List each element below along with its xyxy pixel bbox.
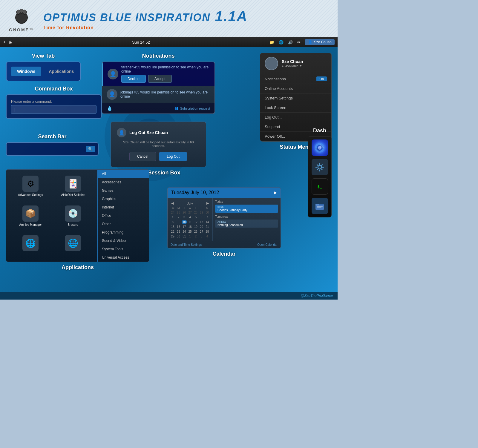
today-event-name: Charles Birthday Party — [217, 208, 276, 212]
subscription-link[interactable]: 👥 Subscription request — [174, 106, 210, 110]
add-icon[interactable]: + — [3, 39, 6, 45]
app-aisleriot[interactable]: 🃏 AisleRiot Solitaire — [53, 174, 93, 201]
cal-day-2[interactable]: 2 — [176, 215, 181, 220]
calendar-nav-next[interactable]: ▶ — [274, 191, 277, 195]
applications-tab-button[interactable]: Applications — [43, 67, 80, 76]
category-all[interactable]: All — [98, 170, 149, 178]
cal-day-16[interactable]: 16 — [176, 225, 181, 229]
user-badge[interactable]: 👤 Sze Chuan — [305, 39, 335, 45]
cal-day-prev-30[interactable]: 30 — [205, 210, 210, 215]
app-brasero-label: Brasero — [68, 223, 78, 226]
dash-settings-icon[interactable] — [312, 159, 328, 175]
cal-day-31[interactable]: 31 — [182, 234, 187, 239]
cal-day-22[interactable]: 22 — [170, 229, 175, 234]
cal-day-19[interactable]: 19 — [193, 225, 198, 229]
cal-day-18[interactable]: 18 — [187, 225, 193, 229]
cal-day-9[interactable]: 9 — [176, 220, 181, 224]
cal-day-prev-29[interactable]: 29 — [199, 210, 204, 215]
category-graphics[interactable]: Graphics — [98, 195, 149, 203]
cal-day-17[interactable]: 17 — [182, 225, 187, 229]
accept-button[interactable]: Accept — [148, 75, 172, 83]
chevron-down-icon[interactable]: ▾ — [300, 64, 302, 68]
command-input[interactable] — [11, 105, 96, 114]
app-archive-manager[interactable]: 📦 Archive Manager — [11, 204, 50, 231]
category-internet[interactable]: Internet — [98, 203, 149, 211]
cal-day-13[interactable]: 13 — [199, 220, 204, 224]
open-calendar-link[interactable]: Open Calendar — [257, 243, 278, 246]
cal-day-30[interactable]: 30 — [176, 234, 181, 239]
category-office[interactable]: Office — [98, 211, 149, 220]
cal-day-next-3[interactable]: 3 — [199, 234, 204, 239]
cal-day-25[interactable]: 25 — [187, 229, 193, 234]
edit-icon[interactable]: ✏ — [297, 40, 301, 45]
cal-day-8[interactable]: 8 — [170, 220, 175, 224]
windows-tab-button[interactable]: Windows — [11, 67, 41, 76]
category-universal-access[interactable]: Universal Access — [98, 253, 149, 262]
cal-day-prev-25[interactable]: 25 — [176, 210, 181, 215]
category-system-tools[interactable]: System Tools — [98, 245, 149, 253]
app-brasero[interactable]: 💿 Brasero — [53, 204, 93, 231]
cal-day-3[interactable]: 3 — [182, 215, 187, 220]
category-sound-video[interactable]: Sound & Video — [98, 237, 149, 245]
cal-day-23[interactable]: 23 — [176, 229, 181, 234]
calendar-days: 24 25 26 27 28 29 30 1 2 3 4 5 6 7 — [170, 210, 210, 239]
cal-day-4[interactable]: 4 — [187, 215, 193, 220]
dash-files-icon[interactable] — [312, 198, 328, 214]
cal-day-11[interactable]: 11 — [187, 220, 193, 224]
cal-day-20[interactable]: 20 — [199, 225, 204, 229]
dropbox-icon: 💧 — [107, 105, 113, 111]
cal-day-29[interactable]: 29 — [170, 234, 175, 239]
notifications-menu-item[interactable]: Notifications On — [260, 74, 331, 84]
cal-day-5[interactable]: 5 — [193, 215, 198, 220]
dash-terminal-icon[interactable]: $_ — [312, 178, 328, 195]
prev-month-icon[interactable]: ◀ — [171, 201, 174, 205]
category-programming[interactable]: Programming — [98, 228, 149, 237]
cal-day-15[interactable]: 15 — [170, 225, 175, 229]
cal-day-14[interactable]: 14 — [205, 220, 210, 224]
log-out-item[interactable]: Log Out... — [260, 113, 331, 122]
date-time-settings-link[interactable]: Date and Time Settings — [171, 243, 202, 246]
network-icon[interactable]: 🌐 — [279, 40, 284, 45]
next-month-icon[interactable]: ▶ — [206, 201, 209, 205]
dash-chrome-icon[interactable] — [312, 139, 328, 156]
attribution-text: @SzeTheProGamer — [301, 294, 333, 298]
cal-day-next-1[interactable]: 1 — [187, 234, 193, 239]
search-input[interactable] — [10, 147, 84, 151]
app-advanced-settings[interactable]: ⚙ Advanced Settings — [11, 174, 50, 201]
logout-description: Sze Chuan will be logged out automatical… — [117, 140, 200, 148]
cancel-button[interactable]: Cancel — [129, 152, 156, 161]
cal-day-24[interactable]: 24 — [182, 229, 187, 234]
search-button[interactable]: 🔍 — [86, 146, 95, 152]
cal-day-prev-24[interactable]: 24 — [170, 210, 175, 215]
cal-day-10-today[interactable]: 10 — [182, 220, 187, 224]
day-header-t: T — [181, 206, 187, 209]
category-accessories[interactable]: Accessories — [98, 178, 149, 186]
app-web-2[interactable]: 🌐 — [53, 234, 93, 257]
cal-day-12[interactable]: 12 — [193, 220, 198, 224]
cal-day-21[interactable]: 21 — [205, 225, 210, 229]
cal-day-next-4[interactable]: 4 — [205, 234, 210, 239]
cal-day-1[interactable]: 1 — [170, 215, 175, 220]
dash-label: Dash — [308, 128, 332, 134]
cal-day-next-2[interactable]: 2 — [193, 234, 198, 239]
category-games[interactable]: Games — [98, 186, 149, 195]
cal-day-7[interactable]: 7 — [205, 215, 210, 220]
category-other[interactable]: Other — [98, 220, 149, 228]
cal-day-prev-28[interactable]: 28 — [193, 210, 198, 215]
system-settings-item[interactable]: System Settings — [260, 93, 331, 103]
online-accounts-item[interactable]: Online Accounts — [260, 84, 331, 93]
cal-day-27[interactable]: 27 — [199, 229, 204, 234]
cal-day-26[interactable]: 26 — [193, 229, 198, 234]
lock-screen-item[interactable]: Lock Screen — [260, 103, 331, 113]
app-web-1[interactable]: 🌐 — [11, 234, 50, 257]
volume-icon[interactable]: 🔊 — [288, 40, 293, 45]
cal-day-prev-26[interactable]: 26 — [182, 210, 187, 215]
decline-button[interactable]: Decline — [121, 75, 146, 83]
cal-day-28[interactable]: 28 — [205, 229, 210, 234]
cal-day-6[interactable]: 6 — [199, 215, 204, 220]
logout-confirm-button[interactable]: Log Out — [159, 152, 187, 161]
apps-categories: All Accessories Games Graphics Internet … — [98, 170, 149, 262]
folder-icon[interactable]: 📁 — [269, 40, 274, 45]
screenshot-icon[interactable]: ⊞ — [9, 39, 13, 45]
cal-day-prev-27[interactable]: 27 — [187, 210, 193, 215]
